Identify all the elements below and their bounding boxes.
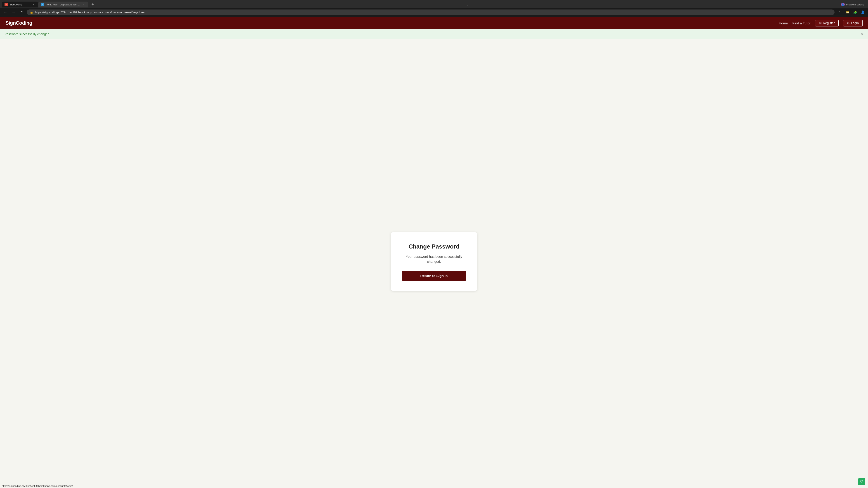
status-bar: https://signcoding-d529cc1ebf99.herokuap…	[0, 484, 868, 488]
refresh-button[interactable]: ↻	[19, 9, 25, 15]
login-icon: ⊙	[847, 21, 850, 25]
private-browsing-badge: 👤 Private browsing	[839, 2, 866, 7]
star-button[interactable]: ☆	[836, 9, 843, 15]
address-bar-row: ← → ↻ 🔒 https://signcoding-d529cc1ebf99.…	[0, 8, 868, 17]
tab-bar: S SignCoding × T Temp Mail - Disposable …	[0, 0, 868, 8]
back-button[interactable]: ←	[2, 9, 8, 15]
wallet-button[interactable]: 💳	[844, 9, 850, 15]
tab-label-signcoding: SignCoding	[9, 3, 30, 6]
card-message: Your password has been successfully chan…	[402, 254, 466, 264]
tab-label-tempmail: Temp Mail - Disposable Tempo...	[46, 3, 81, 6]
navbar: SignCoding Home Find a Tutor ⊞ Register …	[0, 17, 868, 29]
browser-chrome: S SignCoding × T Temp Mail - Disposable …	[0, 0, 868, 17]
extensions-button[interactable]: 🧩	[852, 9, 858, 15]
private-label: Private browsing	[846, 3, 864, 6]
shield-extension-icon[interactable]: 🛡	[858, 478, 865, 485]
browser-actions: ☆ 💳 🧩 👤	[836, 9, 866, 15]
url-text: https://signcoding-d529cc1ebf99.herokuap…	[35, 11, 831, 14]
address-bar[interactable]: 🔒 https://signcoding-d529cc1ebf99.heroku…	[27, 9, 835, 15]
more-tabs-button[interactable]: ⌄	[465, 2, 470, 7]
refresh-icon: ↻	[20, 10, 23, 14]
tab-close-signcoding[interactable]: ×	[32, 3, 35, 6]
tab-favicon-tempmail: T	[41, 3, 44, 6]
login-label: Login	[851, 21, 859, 25]
register-label: Register	[823, 21, 835, 25]
success-message: Password successfully changed.	[4, 32, 50, 36]
nav-links: Home Find a Tutor ⊞ Register ⊙ Login	[779, 20, 863, 26]
nav-find-tutor[interactable]: Find a Tutor	[793, 21, 811, 25]
register-icon: ⊞	[819, 21, 822, 25]
private-icon: 👤	[841, 3, 845, 6]
tab-tempmail[interactable]: T Temp Mail - Disposable Tempo... ×	[38, 2, 88, 7]
app-wrapper: SignCoding Home Find a Tutor ⊞ Register …	[0, 17, 868, 484]
card-title: Change Password	[402, 243, 466, 250]
nav-home[interactable]: Home	[779, 21, 788, 25]
nav-login-button[interactable]: ⊙ Login	[843, 20, 863, 26]
success-banner: Password successfully changed. ×	[0, 29, 868, 39]
lock-icon: 🔒	[30, 11, 33, 14]
tab-signcoding[interactable]: S SignCoding ×	[2, 2, 38, 7]
brand-logo[interactable]: SignCoding	[5, 20, 32, 26]
tab-close-tempmail[interactable]: ×	[82, 3, 86, 6]
profile-button[interactable]: 👤	[860, 9, 866, 15]
forward-button[interactable]: →	[10, 9, 17, 15]
return-to-signin-button[interactable]: Return to Sign In	[402, 271, 466, 281]
new-tab-button[interactable]: +	[90, 1, 96, 8]
main-content: Change Password Your password has been s…	[0, 39, 868, 484]
tab-favicon-signcoding: S	[4, 3, 8, 6]
back-icon: ←	[4, 10, 7, 14]
nav-register-button[interactable]: ⊞ Register	[815, 20, 839, 26]
status-url: https://signcoding-d529cc1ebf99.herokuap…	[2, 485, 73, 487]
forward-icon: →	[12, 10, 16, 14]
banner-close-button[interactable]: ×	[861, 32, 864, 36]
change-password-card: Change Password Your password has been s…	[391, 232, 477, 291]
